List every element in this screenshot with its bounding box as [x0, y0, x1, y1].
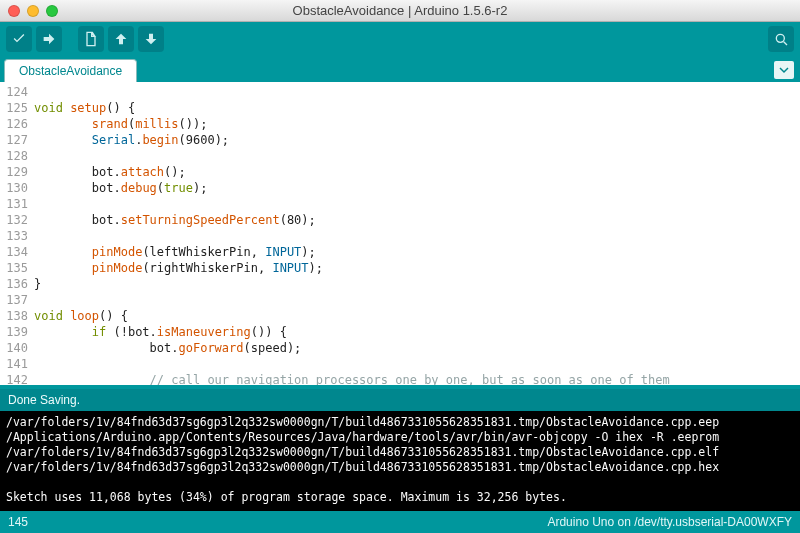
save-button[interactable] [138, 26, 164, 52]
console-output[interactable]: /var/folders/1v/84fnd63d37sg6gp3l2q332sw… [0, 411, 800, 511]
status-message: Done Saving. [8, 393, 80, 407]
window-titlebar: ObstacleAvoidance | Arduino 1.5.6-r2 [0, 0, 800, 22]
line-gutter: 124 125 126 127 128 129 130 131 132 133 … [0, 82, 34, 385]
code-editor[interactable]: 124 125 126 127 128 129 130 131 132 133 … [0, 82, 800, 389]
new-button[interactable] [78, 26, 104, 52]
status-bar: Done Saving. [0, 389, 800, 411]
tab-active[interactable]: ObstacleAvoidance [4, 59, 137, 82]
footer-bar: 145 Arduino Uno on /dev/tty.usbserial-DA… [0, 511, 800, 533]
footer-line-number: 145 [8, 515, 28, 529]
svg-point-0 [776, 34, 784, 42]
upload-button[interactable] [36, 26, 62, 52]
serial-monitor-button[interactable] [768, 26, 794, 52]
tab-bar: ObstacleAvoidance [0, 56, 800, 82]
verify-button[interactable] [6, 26, 32, 52]
window-title: ObstacleAvoidance | Arduino 1.5.6-r2 [0, 3, 800, 18]
tab-menu-button[interactable] [774, 61, 794, 79]
footer-board-port: Arduino Uno on /dev/tty.usbserial-DA00WX… [547, 515, 792, 529]
toolbar [0, 22, 800, 56]
open-button[interactable] [108, 26, 134, 52]
code-area[interactable]: void setup() { srand(millis()); Serial.b… [34, 82, 800, 385]
